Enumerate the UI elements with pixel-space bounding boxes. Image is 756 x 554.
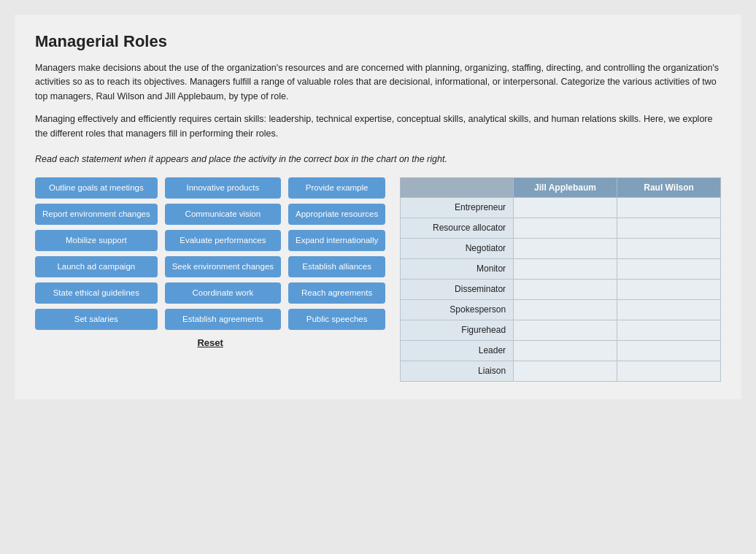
intro-text-1: Managers make decisions about the use of… <box>35 61 721 104</box>
btn-mobilize[interactable]: Mobilize support <box>35 230 158 251</box>
btn-report-env[interactable]: Report environment changes <box>35 204 158 225</box>
header-raul: Raul Wilson <box>617 177 721 197</box>
table-row: Negotiator <box>401 238 721 258</box>
table-row: Leader <box>401 340 721 361</box>
drop-cell-jill[interactable] <box>514 238 617 258</box>
page-container: Managerial Roles Managers make decisions… <box>15 15 741 399</box>
role-label: Spokesperson <box>401 299 514 320</box>
reset-wrap: Reset <box>35 337 385 348</box>
drop-cell-raul[interactable] <box>617 340 721 361</box>
btn-reach-agree[interactable]: Reach agreements <box>288 282 385 304</box>
intro-text-2: Managing effectively and efficiently req… <box>35 112 721 141</box>
table-row: Liaison <box>401 361 721 381</box>
table-row: Entrepreneur <box>401 197 721 218</box>
btn-innovative[interactable]: Innovative products <box>165 177 281 199</box>
drop-cell-jill[interactable] <box>514 361 617 381</box>
table-row: Resource allocator <box>401 218 721 238</box>
drop-cell-raul[interactable] <box>617 320 721 340</box>
roles-table: Jill Applebaum Raul Wilson EntrepreneurR… <box>400 177 721 382</box>
btn-outline-goals[interactable]: Outline goals at meetings <box>35 177 158 199</box>
drop-cell-jill[interactable] <box>514 279 617 299</box>
role-label: Figurehead <box>401 320 514 340</box>
page-title: Managerial Roles <box>35 32 721 51</box>
btn-establish-agree[interactable]: Establish agreements <box>165 309 281 330</box>
left-area: Outline goals at meetings Report environ… <box>35 177 385 348</box>
table-row: Disseminator <box>401 279 721 299</box>
btn-coordinate[interactable]: Coordinate work <box>165 282 281 304</box>
drop-cell-jill[interactable] <box>514 197 617 218</box>
reset-button[interactable]: Reset <box>197 337 223 348</box>
btn-public-speeches[interactable]: Public speeches <box>288 309 385 330</box>
activity-columns: Outline goals at meetings Report environ… <box>35 177 385 330</box>
btn-communicate[interactable]: Communicate vision <box>165 204 281 225</box>
instruction-text: Read each statement when it appears and … <box>35 154 721 164</box>
role-label: Resource allocator <box>401 218 514 238</box>
drop-cell-raul[interactable] <box>617 238 721 258</box>
drop-cell-raul[interactable] <box>617 197 721 218</box>
role-label: Monitor <box>401 258 514 279</box>
drop-cell-raul[interactable] <box>617 218 721 238</box>
drop-cell-raul[interactable] <box>617 361 721 381</box>
activity-col-3: Provide example Appropriate resources Ex… <box>288 177 385 330</box>
header-empty <box>401 177 514 197</box>
btn-set-salaries[interactable]: Set salaries <box>35 309 158 330</box>
btn-appropriate-res[interactable]: Appropriate resources <box>288 204 385 225</box>
drop-cell-raul[interactable] <box>617 299 721 320</box>
activity-col-1: Outline goals at meetings Report environ… <box>35 177 158 330</box>
activity-col-2: Innovative products Communicate vision E… <box>165 177 281 330</box>
btn-expand-intl[interactable]: Expand internationally <box>288 230 385 251</box>
role-label: Leader <box>401 340 514 361</box>
drop-cell-jill[interactable] <box>514 320 617 340</box>
header-jill: Jill Applebaum <box>514 177 617 197</box>
drop-cell-jill[interactable] <box>514 218 617 238</box>
btn-evaluate[interactable]: Evaluate performances <box>165 230 281 251</box>
drop-cell-jill[interactable] <box>514 258 617 279</box>
table-row: Figurehead <box>401 320 721 340</box>
role-label: Negotiator <box>401 238 514 258</box>
btn-provide-example[interactable]: Provide example <box>288 177 385 199</box>
drop-cell-jill[interactable] <box>514 340 617 361</box>
roles-table-area: Jill Applebaum Raul Wilson EntrepreneurR… <box>400 177 721 382</box>
drop-cell-raul[interactable] <box>617 258 721 279</box>
btn-seek-env[interactable]: Seek environment changes <box>165 256 281 277</box>
role-label: Liaison <box>401 361 514 381</box>
table-row: Spokesperson <box>401 299 721 320</box>
role-label: Entrepreneur <box>401 197 514 218</box>
btn-launch-ad[interactable]: Launch ad campaign <box>35 256 158 277</box>
btn-establish-alliances[interactable]: Establish alliances <box>288 256 385 277</box>
drop-cell-jill[interactable] <box>514 299 617 320</box>
role-label: Disseminator <box>401 279 514 299</box>
drop-cell-raul[interactable] <box>617 279 721 299</box>
btn-state-ethical[interactable]: State ethical guidelines <box>35 282 158 304</box>
table-row: Monitor <box>401 258 721 279</box>
main-layout: Outline goals at meetings Report environ… <box>35 177 721 382</box>
